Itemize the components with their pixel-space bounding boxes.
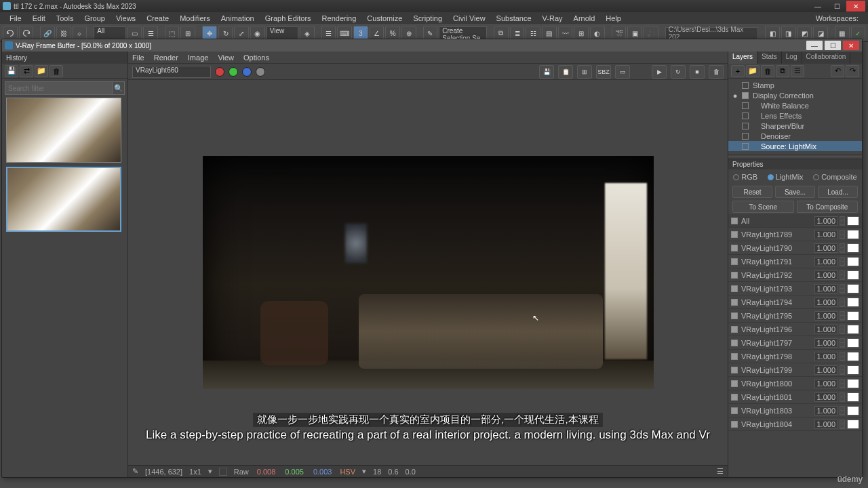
menu-group[interactable]: Group: [79, 14, 111, 22]
light-checkbox[interactable]: [731, 353, 738, 360]
status-hsv-label[interactable]: HSV: [340, 468, 355, 476]
layer-checkbox[interactable]: [742, 82, 749, 89]
light-checkbox[interactable]: [731, 380, 738, 387]
refcoord-select[interactable]: View: [267, 26, 298, 40]
light-value[interactable]: 1.000: [814, 379, 837, 388]
light-value[interactable]: 1.000: [814, 230, 837, 239]
light-swatch[interactable]: [847, 338, 859, 348]
vfb-close-button[interactable]: ✕: [843, 41, 859, 50]
light-all-row[interactable]: All 1.000: [728, 214, 862, 228]
render-last-button[interactable]: ▶: [652, 65, 667, 79]
history-thumbnail[interactable]: [6, 167, 121, 232]
eye-icon[interactable]: ●: [731, 92, 739, 100]
light-swatch[interactable]: [847, 284, 859, 293]
light-value[interactable]: 1.000: [814, 298, 837, 307]
light-spinner[interactable]: [840, 243, 845, 253]
light-swatch[interactable]: [847, 230, 859, 239]
light-checkbox[interactable]: [731, 394, 738, 401]
render-canvas[interactable]: ↖ 就像一步一步地实践再现一个真实的室内项目的一部分,一个现代生活,本课程 Li…: [128, 80, 728, 465]
light-swatch[interactable]: [847, 420, 859, 429]
light-spinner[interactable]: [840, 230, 845, 239]
channel-red-button[interactable]: [215, 67, 224, 77]
light-row[interactable]: VRayLight18041.000: [728, 418, 862, 431]
track-mouse-button[interactable]: ▭: [615, 65, 630, 79]
mode-lightmix[interactable]: LightMix: [768, 173, 804, 181]
minimize-button[interactable]: —: [808, 1, 827, 12]
layer-folder-button[interactable]: 📁: [746, 65, 760, 77]
light-spinner[interactable]: [840, 352, 845, 361]
reset-button[interactable]: Reset: [732, 186, 772, 198]
menu-vray[interactable]: V-Ray: [537, 14, 568, 22]
menu-grapheditors[interactable]: Graph Editors: [260, 14, 317, 22]
light-value[interactable]: 1.000: [814, 311, 837, 321]
light-swatch[interactable]: [847, 257, 859, 266]
sbz-button[interactable]: SBZ: [596, 65, 611, 79]
tab-layers[interactable]: Layers: [728, 52, 757, 64]
light-value[interactable]: 1.000: [814, 338, 837, 348]
light-checkbox[interactable]: [731, 272, 738, 279]
search-icon[interactable]: 🔍: [113, 81, 125, 95]
vmenu-view[interactable]: View: [218, 54, 234, 62]
vmenu-image[interactable]: Image: [188, 54, 209, 62]
layer-checkbox[interactable]: [742, 102, 749, 109]
light-spinner[interactable]: [840, 311, 845, 321]
light-value[interactable]: 1.000: [814, 365, 837, 375]
light-swatch[interactable]: [847, 243, 859, 253]
menu-rendering[interactable]: Rendering: [317, 14, 362, 22]
layer-list-button[interactable]: ☰: [791, 65, 804, 77]
loadpreset-button[interactable]: Load...: [818, 186, 858, 198]
light-checkbox[interactable]: [731, 421, 738, 428]
tocomposite-button[interactable]: To Composite: [797, 201, 859, 213]
menu-animation[interactable]: Animation: [216, 14, 260, 22]
eyedropper-icon[interactable]: ✎: [132, 467, 138, 476]
light-swatch[interactable]: [847, 365, 859, 375]
light-checkbox[interactable]: [731, 367, 738, 373]
light-swatch[interactable]: [847, 379, 859, 388]
mode-rgb[interactable]: RGB: [733, 173, 757, 181]
menu-substance[interactable]: Substance: [491, 14, 537, 22]
menu-modifiers[interactable]: Modifiers: [174, 14, 216, 22]
light-swatch[interactable]: [847, 216, 859, 226]
selection-filter[interactable]: All: [94, 26, 125, 40]
light-checkbox[interactable]: [731, 326, 738, 333]
named-selset[interactable]: Create Selection Se: [439, 26, 487, 40]
light-swatch[interactable]: [847, 311, 859, 321]
light-value[interactable]: 1.000: [814, 270, 837, 280]
layer-checkbox[interactable]: [742, 113, 749, 119]
light-row[interactable]: VRayLight17911.000: [728, 255, 862, 268]
light-row[interactable]: VRayLight17941.000: [728, 296, 862, 309]
light-checkbox[interactable]: [731, 312, 738, 319]
light-row[interactable]: VRayLight18031.000: [728, 404, 862, 418]
light-swatch[interactable]: [847, 325, 859, 334]
light-checkbox[interactable]: [731, 407, 738, 414]
history-save-button[interactable]: 💾: [5, 65, 18, 77]
layer-row[interactable]: ●Display Correction: [728, 90, 862, 100]
channel-green-button[interactable]: [229, 67, 238, 77]
layer-dup-button[interactable]: ⧉: [776, 65, 789, 77]
render-interactive-button[interactable]: ↻: [671, 65, 686, 79]
vfb-minimize-button[interactable]: —: [806, 41, 823, 50]
light-spinner[interactable]: [840, 392, 845, 402]
light-value[interactable]: 1.000: [814, 325, 837, 334]
clear-button[interactable]: 🗑: [709, 65, 724, 79]
region-button[interactable]: ⊞: [577, 65, 592, 79]
save-all-button[interactable]: 📋: [558, 65, 573, 79]
light-row[interactable]: VRayLight17891.000: [728, 228, 862, 241]
layer-row[interactable]: Sharpen/Blur: [728, 121, 862, 131]
light-row[interactable]: VRayLight17951.000: [728, 309, 862, 323]
light-spinner[interactable]: [840, 406, 845, 415]
menu-customize[interactable]: Customize: [361, 14, 408, 22]
layer-del-button[interactable]: 🗑: [761, 65, 774, 77]
layer-row[interactable]: Stamp: [728, 80, 862, 90]
history-load-button[interactable]: 📁: [35, 65, 48, 77]
vmenu-render[interactable]: Render: [154, 54, 178, 62]
history-thumbnail[interactable]: [6, 98, 121, 163]
layer-row[interactable]: Lens Effects: [728, 110, 862, 121]
light-value[interactable]: 1.000: [814, 420, 837, 429]
light-swatch[interactable]: [847, 406, 859, 415]
light-checkbox[interactable]: [731, 340, 738, 346]
light-swatch[interactable]: [847, 270, 859, 280]
vfb-titlebar[interactable]: V-Ray Frame Buffer - [50.0% of 2000 x 10…: [2, 39, 862, 52]
light-value[interactable]: 1.000: [814, 243, 837, 253]
layer-undo-button[interactable]: ↶: [831, 65, 844, 77]
